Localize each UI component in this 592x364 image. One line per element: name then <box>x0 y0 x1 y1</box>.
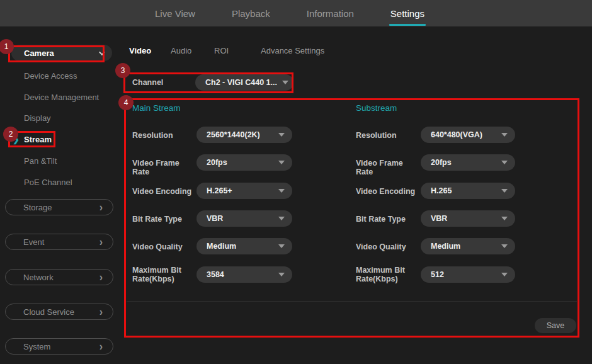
main-resolution-select[interactable]: 2560*1440(2K) <box>196 127 292 143</box>
sidebar-group-network[interactable]: Network › <box>5 269 113 285</box>
nav-settings[interactable]: Settings <box>390 0 424 26</box>
sidebar-group-storage[interactable]: Storage › <box>5 199 113 215</box>
main-nav: Live View Playback Information Settings <box>155 0 424 26</box>
sidebar-item-pan-tilt[interactable]: Pan &Tilt <box>24 156 57 166</box>
dropdown-arrow-icon <box>278 217 285 220</box>
sub-encoding-select[interactable]: H.265 <box>421 183 515 199</box>
main-encoding-label: Video Encoding <box>132 187 194 196</box>
system-label: System <box>23 342 50 351</box>
main-max-bit-rate-select[interactable]: 3584 <box>196 266 292 283</box>
substream-title: Substream <box>356 103 397 113</box>
dropdown-arrow-icon <box>278 189 285 193</box>
sidebar-item-device-management[interactable]: Device Management <box>24 93 99 102</box>
dropdown-arrow-icon <box>501 217 508 220</box>
main-max-bit-rate-label: Maximum Bit Rate(Kbps) <box>132 266 194 283</box>
main-bit-rate-type-select[interactable]: VBR <box>196 210 292 227</box>
selected-value: Medium <box>431 242 460 251</box>
camera-menu-label: Camera <box>24 48 54 58</box>
dropdown-arrow-icon <box>278 244 285 248</box>
selected-value: VBR <box>207 214 223 223</box>
sidebar-item-poe-channel[interactable]: PoE Channel <box>24 178 72 187</box>
event-label: Event <box>23 237 44 247</box>
sidebar-item-device-access[interactable]: Device Access <box>24 71 77 81</box>
dropdown-arrow-icon <box>501 244 508 248</box>
main-bit-rate-type-label: Bit Rate Type <box>132 215 194 224</box>
main-resolution-label: Resolution <box>132 131 194 140</box>
sub-resolution-label: Resolution <box>356 131 418 140</box>
dropdown-arrow-icon <box>278 161 285 164</box>
dropdown-arrow-icon <box>278 273 285 276</box>
sub-resolution-select[interactable]: 640*480(VGA) <box>421 127 515 143</box>
tab-video[interactable]: Video <box>129 46 151 55</box>
save-button[interactable]: Save <box>535 318 576 333</box>
nav-live-view-label: Live View <box>155 8 195 19</box>
footer-divider <box>127 301 577 302</box>
selected-value: 512 <box>431 270 444 279</box>
sub-frame-rate-select[interactable]: 20fps <box>421 154 515 171</box>
selected-value: Medium <box>207 242 236 251</box>
sub-bit-rate-type-label: Bit Rate Type <box>356 215 418 224</box>
chevron-right-icon: › <box>100 271 103 283</box>
selected-value: 3584 <box>207 270 224 279</box>
dropdown-arrow-icon <box>501 273 508 276</box>
sub-max-bit-rate-select[interactable]: 512 <box>421 266 515 283</box>
main-frame-rate-select[interactable]: 20fps <box>196 154 292 171</box>
selected-value: 20fps <box>431 158 452 167</box>
dropdown-arrow-icon <box>501 161 508 164</box>
tab-advance-settings[interactable]: Advance Settings <box>261 46 324 55</box>
selected-value: 20fps <box>207 158 227 167</box>
tab-roi[interactable]: ROI <box>214 46 229 55</box>
main-video-quality-select[interactable]: Medium <box>196 238 292 254</box>
channel-selected-value: Ch2 - VIGI C440 1... <box>205 78 277 87</box>
nav-playback-label: Playback <box>232 8 270 19</box>
active-tab-underline <box>389 24 426 26</box>
network-label: Network <box>23 273 54 282</box>
dropdown-arrow-icon <box>501 189 508 193</box>
sidebar-group-system[interactable]: System › <box>5 338 113 355</box>
sub-bit-rate-type-select[interactable]: VBR <box>421 210 515 227</box>
top-bar: Live View Playback Information Settings <box>0 0 592 26</box>
channel-select[interactable]: Ch2 - VIGI C440 1... <box>195 74 293 91</box>
nav-playback[interactable]: Playback <box>232 0 270 26</box>
sidebar-group-cloud-service[interactable]: Cloud Service › <box>5 304 113 320</box>
annotation-marker-2: 2 <box>3 127 18 142</box>
main-video-quality-label: Video Quality <box>132 242 194 251</box>
sidebar-group-event[interactable]: Event › <box>5 234 113 250</box>
dropdown-arrow-icon <box>501 133 508 137</box>
storage-label: Storage <box>23 203 52 212</box>
chevron-down-icon <box>99 49 105 55</box>
vigi-settings-page: Live View Playback Information Settings … <box>0 0 592 364</box>
sidebar-item-stream[interactable]: Stream <box>24 135 52 144</box>
sidebar-item-display[interactable]: Display <box>24 113 51 123</box>
sub-encoding-label: Video Encoding <box>356 187 418 196</box>
cloud-service-label: Cloud Service <box>23 307 74 317</box>
selected-value: 640*480(VGA) <box>431 130 482 139</box>
dropdown-arrow-icon <box>278 133 285 137</box>
sub-video-quality-label: Video Quality <box>356 242 418 251</box>
dropdown-arrow-icon <box>282 81 288 84</box>
nav-information-label: Information <box>307 8 354 19</box>
main-encoding-select[interactable]: H.265+ <box>196 183 292 199</box>
nav-live-view[interactable]: Live View <box>155 0 195 26</box>
chevron-right-icon: › <box>100 202 103 213</box>
chevron-right-icon: › <box>100 236 103 247</box>
selected-value: VBR <box>431 214 447 223</box>
tab-audio[interactable]: Audio <box>171 46 191 55</box>
sub-frame-rate-label: Video Frame Rate <box>356 159 418 176</box>
sidebar-item-camera[interactable]: Camera <box>11 45 112 61</box>
annotation-marker-3: 3 <box>115 63 130 78</box>
sub-video-quality-select[interactable]: Medium <box>421 238 515 254</box>
main-stream-title: Main Stream <box>132 103 181 113</box>
nav-settings-label: Settings <box>390 8 424 19</box>
main-frame-rate-label: Video Frame Rate <box>132 159 194 176</box>
chevron-right-icon: › <box>100 306 103 317</box>
channel-label: Channel <box>132 78 194 87</box>
annotation-marker-4: 4 <box>118 95 134 110</box>
selected-value: 2560*1440(2K) <box>207 130 260 139</box>
selected-value: H.265+ <box>207 186 232 195</box>
sub-max-bit-rate-label: Maximum Bit Rate(Kbps) <box>356 266 418 283</box>
selected-value: H.265 <box>431 186 452 195</box>
chevron-right-icon: › <box>100 341 103 352</box>
nav-information[interactable]: Information <box>307 0 354 26</box>
